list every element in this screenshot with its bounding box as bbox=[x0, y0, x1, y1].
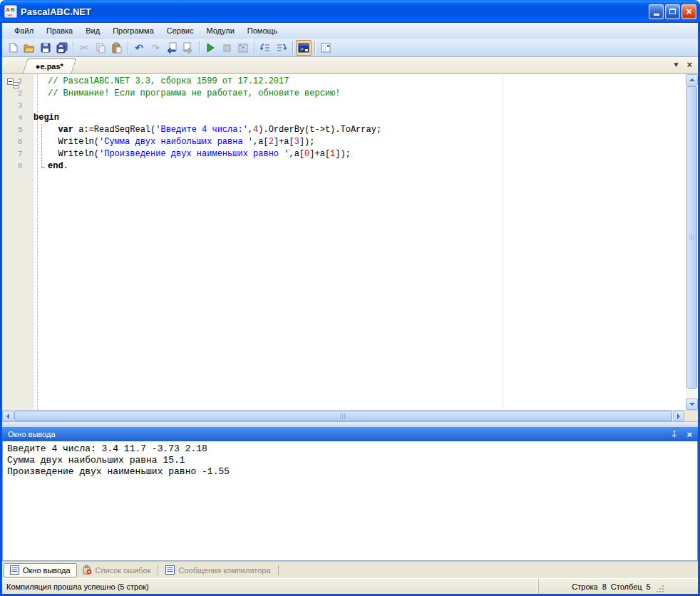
show-panel-button[interactable] bbox=[318, 40, 334, 56]
redo-button[interactable]: ↷ bbox=[148, 40, 163, 56]
scrollbar-corner bbox=[684, 411, 698, 421]
scroll-down-button[interactable] bbox=[686, 399, 698, 410]
tab-output-window[interactable]: Окно вывода bbox=[4, 563, 77, 577]
fold-collapse-icon[interactable] bbox=[7, 78, 14, 85]
code-line[interactable]: 3 bbox=[2, 100, 686, 112]
code-text: // Внимание! Если программа не работает,… bbox=[48, 88, 340, 100]
show-console-button[interactable]: > bbox=[296, 40, 312, 56]
fold-margin bbox=[34, 100, 48, 112]
step-back-icon bbox=[259, 42, 271, 53]
stop-icon bbox=[221, 42, 232, 53]
menu-edit[interactable]: Правка bbox=[40, 24, 79, 37]
arrow-up-icon bbox=[689, 76, 695, 81]
output-window-icon bbox=[10, 565, 19, 575]
app-logo-icon: A B net bbox=[4, 5, 17, 18]
cut-button[interactable]: ✂ bbox=[76, 40, 92, 56]
code-lines: 1// PascalABC.NET 3.3, сборка 1599 от 17… bbox=[2, 76, 686, 173]
error-list-icon bbox=[83, 565, 92, 575]
scroll-thumb[interactable] bbox=[14, 411, 672, 421]
new-file-icon bbox=[7, 42, 19, 53]
window-title: PascalABC.NET bbox=[21, 6, 649, 17]
code-line[interactable]: 1// PascalABC.NET 3.3, сборка 1599 от 17… bbox=[2, 76, 686, 88]
code-line[interactable]: 4begin bbox=[2, 112, 686, 124]
pin-button[interactable] bbox=[671, 431, 678, 438]
menu-program[interactable]: Программа bbox=[106, 24, 160, 37]
code-line[interactable]: 5 var a:=ReadSeqReal('Введите 4 числа:',… bbox=[2, 124, 686, 136]
undo-button[interactable]: ↶ bbox=[131, 40, 147, 56]
code-editor[interactable]: 1// PascalABC.NET 3.3, сборка 1599 от 17… bbox=[2, 74, 698, 410]
output-line: Сумма двух наибольших равна 15.1 bbox=[7, 455, 693, 466]
step-back-button[interactable] bbox=[257, 40, 273, 56]
save-button[interactable] bbox=[38, 40, 53, 56]
output-line: Произведение двух наименьших равно -1.55 bbox=[7, 466, 693, 478]
cut-icon: ✂ bbox=[80, 43, 88, 53]
pin-icon bbox=[671, 431, 678, 438]
menu-modules[interactable]: Модули bbox=[200, 24, 240, 37]
paste-icon bbox=[111, 42, 123, 53]
tab-compiler-messages[interactable]: Сообщения компилятора bbox=[160, 563, 276, 577]
scroll-track[interactable] bbox=[686, 86, 698, 399]
editor-tab-strip: ●e.pas* ▼ × bbox=[2, 57, 698, 74]
tab-list-dropdown[interactable]: ▼ bbox=[673, 61, 680, 68]
code-text: end. bbox=[48, 160, 68, 173]
app-window: A B net PascalABC.NET × Файл Правка Вид … bbox=[0, 0, 700, 596]
output-window-content[interactable]: Введите 4 числа: 3.4 11.7 -3.73 2.18 Сум… bbox=[2, 441, 698, 561]
toolbar-separator bbox=[199, 41, 200, 54]
title-bar[interactable]: A B net PascalABC.NET × bbox=[0, 0, 700, 23]
open-file-button[interactable] bbox=[21, 40, 37, 56]
close-button[interactable]: × bbox=[681, 4, 696, 19]
line-value: 8 bbox=[602, 582, 607, 591]
editor-vertical-scrollbar[interactable] bbox=[686, 74, 698, 410]
copy-button[interactable] bbox=[93, 40, 108, 56]
resize-grip[interactable] bbox=[655, 579, 665, 594]
code-line[interactable]: 7 Writeln('Произведение двух наименьших … bbox=[2, 148, 686, 160]
scroll-right-button[interactable] bbox=[673, 411, 684, 421]
run-button[interactable] bbox=[202, 40, 218, 56]
line-number: 7 bbox=[2, 148, 34, 160]
step-forward-button[interactable] bbox=[274, 40, 289, 56]
new-file-button[interactable] bbox=[5, 40, 21, 56]
fold-margin bbox=[34, 76, 48, 88]
line-label: Строка bbox=[572, 582, 597, 591]
line-number: 4 bbox=[2, 112, 34, 124]
menu-file[interactable]: Файл bbox=[8, 24, 40, 37]
editor-horizontal-scrollbar[interactable] bbox=[2, 410, 698, 421]
tab-error-list[interactable]: Список ошибок bbox=[77, 563, 157, 577]
minimize-button[interactable] bbox=[649, 4, 664, 19]
svg-text:>: > bbox=[300, 46, 304, 52]
svg-text:B: B bbox=[11, 6, 15, 13]
menu-view[interactable]: Вид bbox=[79, 24, 106, 37]
line-number: 5 bbox=[2, 124, 34, 136]
tab-e-pas[interactable]: ●e.pas* bbox=[23, 58, 77, 73]
navigate-back-button[interactable] bbox=[164, 40, 180, 56]
tab-separator bbox=[278, 565, 279, 575]
fold-margin bbox=[34, 148, 48, 160]
menu-service[interactable]: Сервис bbox=[160, 24, 200, 37]
output-panel-header[interactable]: Окно вывода × bbox=[2, 427, 698, 441]
watch-grid-button[interactable] bbox=[235, 40, 251, 56]
scroll-left-button[interactable] bbox=[2, 411, 14, 421]
code-line[interactable]: 6 Writeln('Сумма двух наибольших равна '… bbox=[2, 136, 686, 148]
navigate-forward-button[interactable] bbox=[180, 40, 196, 56]
toolbar-separator bbox=[73, 41, 73, 54]
tab-close-button[interactable]: × bbox=[686, 60, 692, 69]
code-text: Writeln('Произведение двух наименьших ра… bbox=[48, 148, 351, 160]
stop-button[interactable] bbox=[219, 40, 235, 56]
save-all-button[interactable] bbox=[54, 40, 70, 56]
panel-splitter[interactable] bbox=[2, 421, 698, 427]
output-close-button[interactable]: × bbox=[686, 430, 692, 439]
console-icon: > bbox=[298, 42, 309, 53]
code-line[interactable]: 8end. bbox=[2, 160, 686, 173]
bottom-tab-label: Сообщения компилятора bbox=[178, 566, 270, 575]
toolbar: ✂ ↶ ↷ bbox=[2, 38, 698, 57]
maximize-button[interactable] bbox=[665, 4, 680, 19]
arrow-down-icon bbox=[689, 403, 695, 409]
scroll-thumb[interactable] bbox=[686, 86, 697, 389]
paste-button[interactable] bbox=[109, 40, 125, 56]
code-line[interactable]: 2// Внимание! Если программа не работает… bbox=[2, 88, 686, 100]
scroll-track[interactable] bbox=[14, 411, 673, 421]
open-folder-icon bbox=[24, 42, 35, 53]
line-number: 8 bbox=[2, 160, 34, 173]
menu-help[interactable]: Помощь bbox=[241, 24, 284, 37]
scroll-up-button[interactable] bbox=[686, 74, 698, 86]
